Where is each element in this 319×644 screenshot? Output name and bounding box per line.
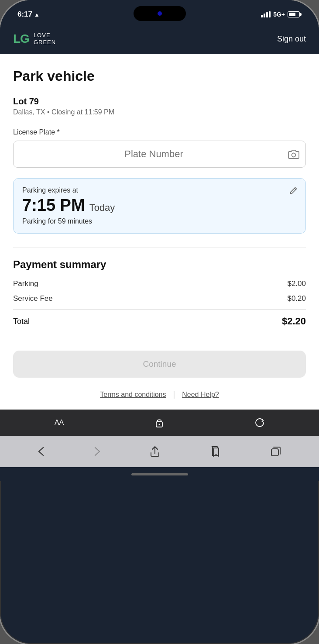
- edit-parking-time-button[interactable]: [289, 186, 298, 197]
- camera-dot: [158, 11, 162, 16]
- text-size-button[interactable]: AA: [55, 419, 64, 427]
- terms-and-conditions-link[interactable]: Terms and conditions: [100, 391, 166, 399]
- parking-label: Parking: [13, 279, 38, 288]
- lot-separator: •: [47, 108, 51, 116]
- forward-button[interactable]: [94, 447, 100, 456]
- bar1: [261, 15, 263, 17]
- parking-amount: $2.00: [287, 279, 306, 288]
- payment-row-parking: Parking $2.00: [13, 279, 306, 288]
- network-type: 5G+: [273, 11, 285, 18]
- parking-expires-box: Parking expires at 7:15 PM Today Parking…: [13, 178, 306, 234]
- payment-summary-title: Payment summary: [13, 258, 306, 271]
- status-time: 6:17 ▲: [17, 10, 40, 19]
- home-bar: [131, 473, 188, 475]
- footer-links: Terms and conditions | Need Help?: [13, 390, 306, 399]
- battery-icon: [288, 11, 302, 17]
- logo-area: LG LOVE GREEN: [13, 32, 56, 46]
- total-label: Total: [13, 317, 30, 326]
- total-row: Total $2.20: [13, 316, 306, 327]
- battery-fill: [289, 13, 295, 16]
- sign-out-button[interactable]: Sign out: [277, 34, 306, 44]
- camera-icon: [288, 149, 299, 159]
- bar4: [269, 11, 271, 17]
- bookmarks-icon: [210, 446, 220, 457]
- refresh-icon: [255, 418, 264, 427]
- status-bar: 6:17 ▲ 5G+: [0, 0, 319, 24]
- home-indicator: [0, 467, 319, 481]
- svg-point-0: [292, 153, 296, 157]
- section-divider: [13, 248, 306, 248]
- share-button[interactable]: [150, 446, 160, 457]
- clock: 6:17: [17, 10, 32, 19]
- browser-toolbar: AA: [0, 410, 319, 436]
- main-content: Park vehicle Lot 79 Dallas, TX • Closing…: [0, 54, 319, 410]
- svg-rect-4: [271, 449, 278, 456]
- back-button[interactable]: [38, 447, 44, 456]
- footer-link-divider: |: [173, 390, 175, 399]
- logo-letters: LG: [13, 32, 29, 46]
- phone-frame: 6:17 ▲ 5G+ LG: [0, 0, 319, 644]
- parking-duration: Parking for 59 minutes: [22, 217, 297, 225]
- bottom-nav: [0, 436, 319, 467]
- bookmarks-button[interactable]: [210, 446, 220, 457]
- battery-tip: [300, 13, 302, 16]
- plate-number-input[interactable]: [20, 148, 288, 160]
- refresh-button[interactable]: [255, 418, 264, 427]
- battery-body: [288, 11, 300, 17]
- plate-input-container[interactable]: [13, 141, 306, 168]
- lot-location: Dallas, TX: [13, 108, 45, 116]
- dynamic-island: [134, 6, 186, 21]
- svg-point-2: [159, 424, 160, 425]
- text-size-label: AA: [55, 419, 64, 427]
- tabs-icon: [271, 446, 281, 457]
- lot-name: Lot 79: [13, 96, 306, 107]
- tabs-button[interactable]: [271, 446, 281, 457]
- lot-info: Dallas, TX • Closing at 11:59 PM: [13, 108, 306, 116]
- license-plate-label: License Plate *: [13, 128, 306, 136]
- brand-line2: GREEN: [34, 39, 56, 46]
- spacer: [13, 333, 306, 351]
- bar2: [264, 14, 265, 17]
- lock-icon-button[interactable]: [155, 418, 163, 427]
- total-amount: $2.20: [282, 316, 306, 327]
- parking-time: 7:15 PM Today: [22, 196, 297, 215]
- parking-time-value: 7:15 PM: [22, 196, 85, 215]
- location-icon: ▲: [34, 11, 40, 18]
- signal-bars: [261, 11, 271, 17]
- parking-expires-label: Parking expires at: [22, 186, 297, 194]
- camera-icon-button[interactable]: [288, 149, 299, 159]
- lot-closing-time: Closing at 11:59 PM: [51, 108, 114, 116]
- share-icon: [150, 446, 160, 457]
- parking-day-suffix: Today: [89, 202, 115, 214]
- pencil-icon: [289, 186, 298, 195]
- lock-icon: [155, 418, 163, 427]
- status-right: 5G+: [261, 11, 302, 18]
- brand-name: LOVE GREEN: [34, 32, 56, 45]
- need-help-link[interactable]: Need Help?: [182, 391, 219, 399]
- brand-line1: LOVE: [34, 32, 56, 39]
- back-icon: [38, 447, 44, 456]
- payment-divider: [13, 309, 306, 310]
- nav-bar: LG LOVE GREEN Sign out: [0, 24, 319, 54]
- service-fee-label: Service Fee: [13, 294, 53, 303]
- bar3: [266, 12, 268, 17]
- forward-icon: [94, 447, 100, 456]
- continue-button[interactable]: Continue: [13, 351, 306, 378]
- payment-row-service-fee: Service Fee $0.20: [13, 294, 306, 303]
- service-fee-amount: $0.20: [287, 294, 306, 303]
- page-title: Park vehicle: [13, 68, 306, 84]
